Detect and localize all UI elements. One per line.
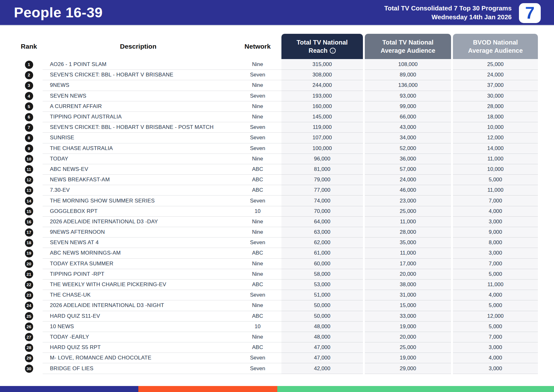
bvod-average-audience-value: 12,000 bbox=[453, 133, 538, 143]
table-row: 7 SEVEN'S CRICKET: BBL - HOBART V BRISBA… bbox=[15, 122, 538, 133]
rank-badge: 16 bbox=[25, 218, 33, 226]
total-tv-average-audience-value: 136,000 bbox=[365, 80, 451, 91]
table-body: 1 AO26 - 1 POINT SLAM Nine 315,000 108,0… bbox=[15, 59, 538, 374]
program-description: NEWS BREAKFAST-AM bbox=[43, 175, 234, 185]
table-row: 2 SEVEN'S CRICKET: BBL - HOBART V BRISBA… bbox=[15, 70, 538, 80]
rank-badge: 26 bbox=[25, 323, 33, 331]
rank-badge: 6 bbox=[25, 113, 33, 121]
total-tv-reach-value: 60,000 bbox=[281, 259, 363, 269]
program-network: ABC bbox=[234, 185, 281, 196]
table-row: 27 TODAY -EARLY Nine 48,000 20,000 7,000 bbox=[15, 332, 538, 342]
rank-badge: 9 bbox=[25, 144, 33, 153]
table-row: 25 HARD QUIZ S11-EV ABC 50,000 33,000 12… bbox=[15, 311, 538, 322]
table-row: 11 ABC NEWS-EV ABC 81,000 57,000 10,000 bbox=[15, 164, 538, 175]
bvod-average-audience-value: 5,000 bbox=[453, 175, 538, 185]
bvod-average-audience-value: 18,000 bbox=[453, 112, 538, 122]
table-row: 13 7.30-EV ABC 77,000 46,000 11,000 bbox=[15, 185, 538, 196]
total-tv-reach-value: 308,000 bbox=[281, 70, 363, 80]
rank-badge: 20 bbox=[25, 260, 33, 268]
program-network: ABC bbox=[234, 311, 281, 322]
table-row: 22 THE WEEKLY WITH CHARLIE PICKERING-EV … bbox=[15, 280, 538, 290]
total-tv-average-audience-value: 29,000 bbox=[365, 363, 451, 374]
total-tv-average-audience-value: 15,000 bbox=[365, 300, 451, 311]
program-network: Nine bbox=[234, 332, 281, 342]
rank-badge: 23 bbox=[25, 291, 33, 299]
program-description: ABC NEWS MORNINGS-AM bbox=[43, 248, 234, 258]
total-tv-average-audience-value: 34,000 bbox=[365, 133, 451, 143]
table-row: 6 TIPPING POINT AUSTRALIA Nine 145,000 6… bbox=[15, 112, 538, 122]
rank-badge: 1 bbox=[25, 61, 33, 69]
program-description: SEVEN'S CRICKET: BBL - HOBART V BRISBANE bbox=[43, 70, 234, 80]
total-tv-reach-value: 81,000 bbox=[281, 164, 363, 175]
total-tv-reach-value: 50,000 bbox=[281, 311, 363, 322]
bvod-average-audience-value: 25,000 bbox=[453, 59, 538, 70]
bvod-average-audience-value: 5,000 bbox=[453, 269, 538, 280]
total-tv-reach-value: 51,000 bbox=[281, 290, 363, 300]
rank-badge: 3 bbox=[25, 81, 33, 90]
total-tv-reach-value: 107,000 bbox=[281, 133, 363, 143]
program-description: TIPPING POINT -RPT bbox=[43, 269, 234, 280]
table-row: 21 TIPPING POINT -RPT Nine 58,000 20,000… bbox=[15, 269, 538, 280]
program-network: Seven bbox=[234, 70, 281, 80]
total-tv-average-audience-value: 25,000 bbox=[365, 342, 451, 353]
total-tv-reach-value: 61,000 bbox=[281, 248, 363, 258]
total-tv-reach-value: 119,000 bbox=[281, 122, 363, 133]
total-tv-reach-value: 48,000 bbox=[281, 332, 363, 342]
total-tv-reach-value: 70,000 bbox=[281, 206, 363, 217]
table-row: 18 SEVEN NEWS AT 4 Seven 62,000 35,000 8… bbox=[15, 238, 538, 248]
rank-badge: 29 bbox=[25, 354, 33, 362]
rank-badge: 14 bbox=[25, 197, 33, 205]
total-tv-reach-value: 53,000 bbox=[281, 280, 363, 290]
bvod-average-audience-value: 28,000 bbox=[453, 101, 538, 112]
report-subtitle: Total TV Consolidated 7 Top 30 Programs … bbox=[384, 4, 512, 21]
footer-bar-blue-segment bbox=[0, 386, 138, 392]
program-description: TODAY -EARLY bbox=[43, 332, 234, 342]
column-header-bvod-average-audience: BVOD National Average Audience bbox=[453, 34, 538, 59]
column-header-description: Description bbox=[43, 34, 234, 59]
program-network: Seven bbox=[234, 290, 281, 300]
program-description: 7.30-EV bbox=[43, 185, 234, 196]
program-network: Nine bbox=[234, 227, 281, 238]
column-header-total-tv-reach[interactable]: Total TV National Reach ↓ bbox=[281, 34, 363, 59]
total-tv-reach-value: 48,000 bbox=[281, 322, 363, 332]
sort-descending-icon[interactable]: ↓ bbox=[330, 48, 336, 54]
bvod-average-audience-value: 7,000 bbox=[453, 332, 538, 342]
rank-badge: 7 bbox=[25, 124, 33, 132]
total-tv-reach-value: 79,000 bbox=[281, 175, 363, 185]
program-network: Nine bbox=[234, 217, 281, 227]
rank-badge: 18 bbox=[25, 239, 33, 247]
total-tv-average-audience-value: 89,000 bbox=[365, 70, 451, 80]
total-tv-reach-value: 47,000 bbox=[281, 342, 363, 353]
total-tv-average-audience-value: 66,000 bbox=[365, 112, 451, 122]
program-description: M- LOVE, ROMANCE AND CHOCOLATE bbox=[43, 353, 234, 363]
total-tv-average-audience-value: 38,000 bbox=[365, 280, 451, 290]
bvod-average-audience-value: 8,000 bbox=[453, 238, 538, 248]
total-tv-average-audience-value: 33,000 bbox=[365, 311, 451, 322]
bvod-average-audience-value: 3,000 bbox=[453, 342, 538, 353]
program-description: SEVEN NEWS AT 4 bbox=[43, 238, 234, 248]
program-network: ABC bbox=[234, 342, 281, 353]
total-tv-reach-value: 47,000 bbox=[281, 353, 363, 363]
rank-badge: 13 bbox=[25, 186, 33, 195]
total-tv-reach-value: 244,000 bbox=[281, 80, 363, 91]
program-network: Seven bbox=[234, 91, 281, 101]
total-tv-average-audience-value: 31,000 bbox=[365, 290, 451, 300]
program-description: SUNRISE bbox=[43, 133, 234, 143]
bvod-average-audience-value: 37,000 bbox=[453, 80, 538, 91]
program-network: ABC bbox=[234, 280, 281, 290]
program-description: HARD QUIZ S5 RPT bbox=[43, 342, 234, 353]
bvod-average-audience-value: 24,000 bbox=[453, 70, 538, 80]
program-description: THE CHASE-UK bbox=[43, 290, 234, 300]
bvod-average-audience-value: 3,000 bbox=[453, 363, 538, 374]
total-tv-average-audience-value: 108,000 bbox=[365, 59, 451, 70]
footer-brand-bar bbox=[0, 386, 554, 392]
program-network: ABC bbox=[234, 248, 281, 258]
total-tv-reach-value: 100,000 bbox=[281, 143, 363, 154]
bvod-average-audience-value: 3,000 bbox=[453, 217, 538, 227]
rank-badge: 2 bbox=[25, 71, 33, 79]
total-tv-reach-value: 63,000 bbox=[281, 227, 363, 238]
report-date: Wednesday 14th Jan 2026 bbox=[384, 13, 512, 21]
program-network: Nine bbox=[234, 112, 281, 122]
program-description: TIPPING POINT AUSTRALIA bbox=[43, 112, 234, 122]
program-description: AO26 - 1 POINT SLAM bbox=[43, 59, 234, 70]
